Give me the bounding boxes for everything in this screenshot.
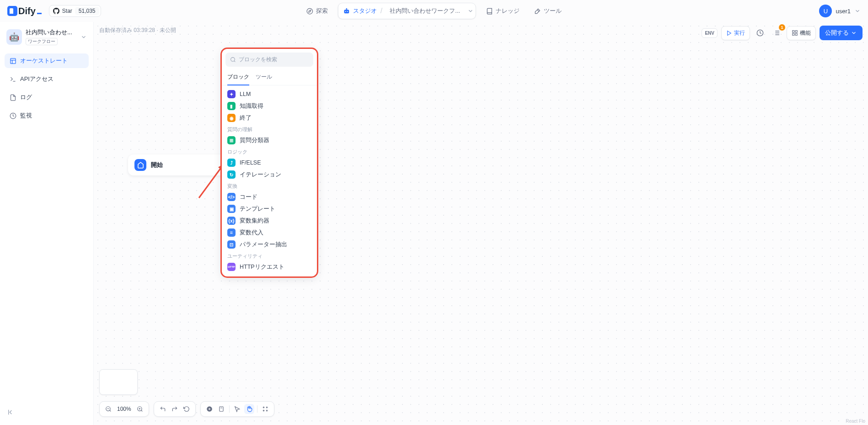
block-item-classifier[interactable]: ⊞質問分類器 xyxy=(222,134,317,146)
github-star-button[interactable]: Star 51,035 xyxy=(49,5,101,17)
search-icon xyxy=(230,57,236,63)
user-avatar[interactable]: U xyxy=(819,5,832,17)
sidebar: 🤖 社内問い合わせ... ワークフロー オーケストレート APIアクセス ログ … xyxy=(0,22,94,425)
block-item-end[interactable]: ◉終了 xyxy=(222,112,317,124)
undo-icon xyxy=(160,406,166,412)
redo-icon xyxy=(171,406,178,412)
organize-button[interactable] xyxy=(260,404,270,414)
nav-explore-label: 探索 xyxy=(316,7,328,15)
popup-group-utility: ユーティリティ xyxy=(222,250,317,261)
block-item-template[interactable]: ▣テンプレート xyxy=(222,203,317,215)
env-button[interactable]: ENV xyxy=(702,28,718,38)
github-star-label: Star xyxy=(62,8,72,14)
block-item-var-assign[interactable]: =変数代入 xyxy=(222,227,317,239)
note-button[interactable] xyxy=(216,404,226,414)
plus-circle-icon xyxy=(206,406,213,412)
app-header[interactable]: 🤖 社内問い合わせ... ワークフロー xyxy=(5,27,89,50)
features-button[interactable]: 機能 xyxy=(787,26,816,40)
block-item-ifelse[interactable]: ⤴IF/ELSE xyxy=(222,157,317,169)
nav-studio[interactable]: スタジオ / 社内問い合わせワークフ... xyxy=(338,3,476,19)
run-button[interactable]: 実行 xyxy=(721,26,750,40)
svg-rect-2 xyxy=(344,10,349,13)
sidebar-monitor-label: 監視 xyxy=(20,112,32,120)
svg-point-42 xyxy=(263,407,264,408)
canvas-mode-controls xyxy=(200,401,274,417)
block-item-var-agg[interactable]: {x}変数集約器 xyxy=(222,215,317,227)
gauge-icon xyxy=(9,112,16,119)
collapse-icon xyxy=(7,409,15,416)
chevron-down-icon[interactable] xyxy=(80,34,87,40)
sidebar-monitor[interactable]: 監視 xyxy=(5,108,89,123)
nav-studio-label: スタジオ xyxy=(353,7,377,15)
restore-button[interactable] xyxy=(182,404,192,414)
zoom-controls: 100% xyxy=(99,401,149,417)
var-agg-icon: {x} xyxy=(227,217,236,225)
nav-tools[interactable]: ツール xyxy=(530,4,566,18)
block-search-input[interactable]: ブロックを検索 xyxy=(225,53,313,67)
nav-studio-app[interactable]: 社内問い合わせワークフ... xyxy=(386,5,464,17)
loop-icon: ↻ xyxy=(227,170,236,179)
svg-point-3 xyxy=(345,11,346,12)
popup-group-transform: 変換 xyxy=(222,181,317,191)
end-icon: ◉ xyxy=(227,114,236,122)
var-assign-icon: = xyxy=(227,228,236,237)
history-button[interactable] xyxy=(754,27,766,39)
block-item-param-extract[interactable]: ⊡パラメーター抽出 xyxy=(222,239,317,250)
canvas-bottom-controls: 100% xyxy=(99,369,274,417)
sidebar-logs[interactable]: ログ xyxy=(5,90,89,105)
zoom-out-icon xyxy=(105,406,112,412)
redo-button[interactable] xyxy=(170,404,180,414)
minimap[interactable] xyxy=(99,369,138,395)
pointer-mode-button[interactable] xyxy=(232,404,242,414)
layout-icon xyxy=(9,57,16,64)
node-start[interactable]: 開始 xyxy=(128,154,238,175)
svg-point-0 xyxy=(307,8,313,14)
template-icon: ▣ xyxy=(227,205,236,213)
block-item-http[interactable]: HTTPHTTPリクエスト xyxy=(222,261,317,273)
add-block-button[interactable] xyxy=(204,404,214,414)
hand-mode-button[interactable] xyxy=(244,404,254,414)
logo-icon xyxy=(7,6,17,16)
block-item-iteration[interactable]: ↻イテレーション xyxy=(222,169,317,181)
checklist-button[interactable]: 1 xyxy=(770,27,783,39)
block-picker-popup: ブロックを検索 ブロック ツール ✦LLM ▮知識取得 ◉終了 質問の理解 ⊞質… xyxy=(222,49,317,276)
app-type-badge: ワークフロー xyxy=(26,38,58,45)
popup-tab-tools[interactable]: ツール xyxy=(256,70,272,85)
knowledge-icon: ▮ xyxy=(227,102,236,110)
sidebar-orchestrate-label: オーケストレート xyxy=(20,57,68,65)
app-icon: 🤖 xyxy=(6,29,22,45)
popup-tab-blocks[interactable]: ブロック xyxy=(227,70,249,85)
svg-line-34 xyxy=(141,410,142,412)
play-icon xyxy=(726,30,732,36)
block-item-code[interactable]: </>コード xyxy=(222,191,317,203)
zoom-out-button[interactable] xyxy=(103,404,113,414)
sidebar-collapse-button[interactable] xyxy=(7,409,15,416)
undo-button[interactable] xyxy=(158,404,168,414)
svg-point-44 xyxy=(263,410,264,411)
checklist-icon xyxy=(773,29,780,37)
nav-knowledge[interactable]: ナレッジ xyxy=(482,4,524,18)
svg-point-45 xyxy=(266,410,267,411)
topbar-right: U user1 xyxy=(819,5,861,17)
svg-marker-12 xyxy=(728,31,731,35)
code-icon: </> xyxy=(227,193,236,201)
nav-explore[interactable]: 探索 xyxy=(302,4,332,18)
clock-icon xyxy=(756,29,764,37)
block-item-knowledge[interactable]: ▮知識取得 xyxy=(222,100,317,112)
features-label: 機能 xyxy=(800,29,811,37)
sidebar-api[interactable]: APIアクセス xyxy=(5,72,89,86)
svg-point-4 xyxy=(347,11,348,12)
publish-button[interactable]: 公開する xyxy=(820,26,863,40)
brand-logo[interactable]: Dify xyxy=(7,6,42,16)
block-item-llm[interactable]: ✦LLM xyxy=(222,88,317,100)
zoom-in-button[interactable] xyxy=(135,404,145,414)
svg-rect-6 xyxy=(10,58,15,63)
svg-rect-21 xyxy=(795,31,797,32)
chevron-down-icon[interactable] xyxy=(467,8,474,14)
book-icon xyxy=(486,8,493,15)
top-bar: Dify Star 51,035 探索 スタジオ / 社内問い合わせワークフ..… xyxy=(0,0,868,22)
sidebar-orchestrate[interactable]: オーケストレート xyxy=(5,53,89,68)
chevron-down-icon[interactable] xyxy=(854,8,861,14)
chevron-down-icon xyxy=(851,30,857,36)
workflow-canvas[interactable]: 自動保存済み 03:39:28 · 未公開 ENV 実行 1 機能 公開する xyxy=(94,22,868,425)
